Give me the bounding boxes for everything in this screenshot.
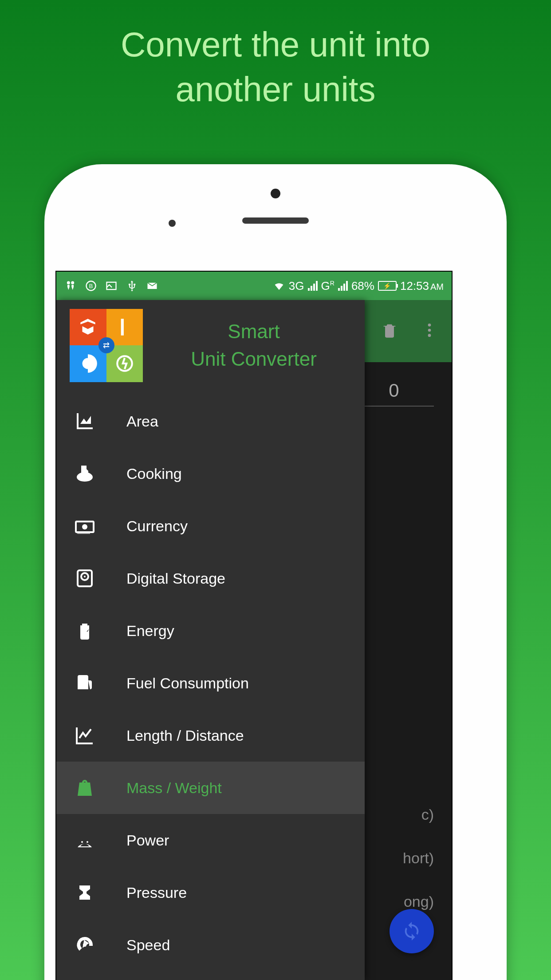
nav-item-speed[interactable]: Speed	[56, 919, 365, 971]
svg-point-0	[67, 281, 70, 285]
nav-item-cooking[interactable]: Cooking	[56, 447, 365, 500]
input-value[interactable]: 0	[354, 380, 434, 407]
nav-label: Cooking	[126, 465, 182, 482]
chart-icon	[74, 411, 95, 432]
battery-label: 68%	[351, 279, 374, 293]
steps-icon	[64, 280, 77, 292]
nav-label: Area	[126, 413, 158, 430]
length-icon	[74, 725, 95, 746]
app-logo: ⇄	[70, 309, 143, 382]
nav-item-power[interactable]: Power	[56, 814, 365, 866]
speed-icon	[74, 934, 95, 956]
svg-point-6	[428, 324, 431, 327]
screen: B 3G GR 68% ⚡ 12:53 AM	[55, 271, 453, 980]
nav-item-fuel[interactable]: Fuel Consumption	[56, 657, 365, 709]
refresh-fab[interactable]	[390, 909, 434, 953]
nav-label: Speed	[126, 937, 170, 954]
svg-point-11	[82, 524, 87, 530]
power-icon	[74, 830, 95, 851]
svg-point-15	[83, 943, 87, 947]
image-icon	[105, 280, 118, 292]
more-button[interactable]	[421, 321, 438, 341]
svg-text:B: B	[89, 283, 93, 289]
phone-camera	[271, 189, 280, 198]
delete-button[interactable]	[381, 321, 398, 341]
energy-icon	[74, 620, 95, 641]
nav-label: Energy	[126, 622, 174, 640]
nav-label: Currency	[126, 518, 188, 535]
svg-point-14	[84, 576, 86, 577]
nav-label: Power	[126, 832, 169, 849]
mail-icon	[146, 280, 158, 292]
svg-point-8	[428, 334, 431, 337]
nav-item-digital-storage[interactable]: Digital Storage	[56, 552, 365, 605]
phone-sensor	[169, 220, 176, 227]
nav-item-energy[interactable]: Energy	[56, 605, 365, 657]
cooking-icon	[74, 463, 95, 484]
phone-frame: B 3G GR 68% ⚡ 12:53 AM	[44, 164, 507, 980]
nav-drawer: ⇄ Smart Unit Converter Area Cooki	[56, 300, 365, 980]
currency-icon	[74, 515, 95, 537]
usb-icon	[126, 280, 138, 292]
network-label: 3G	[289, 279, 304, 293]
svg-point-7	[428, 329, 431, 332]
nav-item-currency[interactable]: Currency	[56, 500, 365, 552]
nav-label: Length / Distance	[126, 727, 244, 744]
network2-label: GR	[321, 279, 335, 293]
battery-icon: ⚡	[378, 281, 397, 291]
chat-icon: B	[85, 280, 97, 292]
nav-label: Fuel Consumption	[126, 675, 249, 692]
content-area: 0 c) hort) ong) ⇄	[56, 300, 452, 980]
weight-icon	[74, 777, 95, 798]
bg-list-item: c)	[421, 806, 434, 823]
signal2-icon	[338, 281, 348, 291]
bg-list-item: hort)	[403, 850, 434, 867]
nav-item-pressure[interactable]: Pressure	[56, 866, 365, 919]
drawer-title: Smart Unit Converter	[156, 318, 351, 372]
drawer-nav: Area Cooking Currency Digital Storage	[56, 391, 365, 971]
disk-icon	[74, 568, 95, 589]
nav-label: Digital Storage	[126, 570, 225, 587]
phone-speaker	[242, 217, 309, 224]
fuel-icon	[74, 672, 95, 694]
signal-icon	[308, 281, 318, 291]
bg-list-item: ong)	[404, 893, 434, 910]
time-label: 12:53 AM	[400, 279, 444, 293]
status-bar: B 3G GR 68% ⚡ 12:53 AM	[56, 272, 452, 300]
nav-item-area[interactable]: Area	[56, 395, 365, 447]
pressure-icon	[74, 882, 95, 903]
nav-label: Pressure	[126, 884, 187, 901]
svg-point-1	[71, 281, 74, 285]
wifi-icon	[273, 280, 285, 292]
promo-title: Convert the unit into another units	[0, 0, 551, 112]
drawer-header: ⇄ Smart Unit Converter	[56, 300, 365, 391]
nav-item-mass-weight[interactable]: Mass / Weight	[56, 762, 365, 814]
nav-label: Mass / Weight	[126, 779, 222, 797]
nav-item-length[interactable]: Length / Distance	[56, 709, 365, 762]
